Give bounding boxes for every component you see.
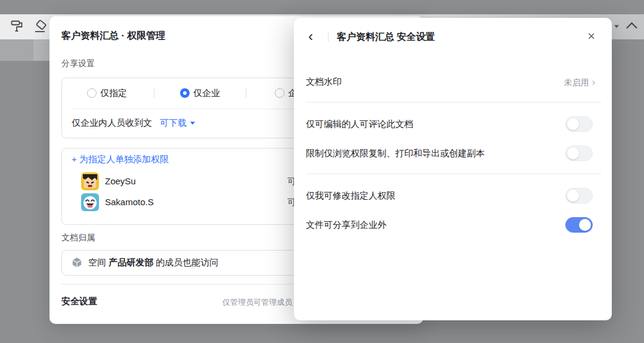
toggle-label-only-me-modify: 仅我可修改指定人权限 <box>306 190 395 202</box>
divider <box>328 32 329 42</box>
space-name: 产品研发部 <box>109 257 153 267</box>
share-settings-label: 分享设置 <box>61 58 95 69</box>
member-name: Sakamoto.S <box>105 197 154 207</box>
watermark-row[interactable]: 文档水印 未启用› <box>294 73 612 92</box>
eraser-icon[interactable] <box>33 20 48 35</box>
radio-only-specified[interactable] <box>87 88 97 98</box>
format-painter-icon[interactable] <box>10 19 24 35</box>
divider <box>306 102 601 103</box>
radio-only-org[interactable] <box>180 88 190 98</box>
toggle-only-me-modify[interactable] <box>565 188 593 203</box>
document-ownership-label: 文档归属 <box>61 233 95 243</box>
dialog-title: 客户资料汇总 · 权限管理 <box>61 30 165 42</box>
toggle-share-outside-org[interactable] <box>565 217 593 233</box>
share-scope-text: 仅企业内人员收到文 <box>72 118 152 129</box>
toggle-label-comment-restriction: 仅可编辑的人可评论此文档 <box>306 119 413 130</box>
watermark-label: 文档水印 <box>306 76 342 88</box>
toggle-label-copy-print-export-restriction: 限制仅浏览权限复制、打印和导出或创建副本 <box>306 148 485 159</box>
radio-only-org-label[interactable]: 仅企业 <box>193 88 220 99</box>
toggle-comment-restriction[interactable] <box>565 116 593 132</box>
member-name: ZoeySu <box>105 176 136 186</box>
watermark-status: 未启用› <box>564 77 595 88</box>
close-icon[interactable]: × <box>587 30 595 43</box>
dialog-title: 客户资料汇总 安全设置 <box>337 31 435 44</box>
avatar-pixel-art-boy <box>81 172 99 190</box>
dimmed-page-block <box>0 39 33 61</box>
security-settings-hint: 仅管理员可管理成员 <box>222 297 292 308</box>
plus-icon: + <box>72 154 77 164</box>
toggle-copy-print-export-restriction[interactable] <box>565 146 593 161</box>
dimmed-page-block <box>33 39 50 61</box>
security-settings-label: 安全设置 <box>61 296 97 307</box>
ownership-text: 空间 产品研发部 的成员也能访问 <box>88 257 218 268</box>
avatar-teal-laughing-face <box>81 193 99 211</box>
back-icon[interactable]: ‹ <box>308 29 313 44</box>
add-member-permission-link[interactable]: + 为指定人单独添加权限 <box>72 154 169 165</box>
toggle-label-share-outside-org: 文件可分享到企业外 <box>306 220 386 231</box>
dropdown-caret-icon[interactable] <box>614 25 619 28</box>
radio-org-all[interactable] <box>275 88 284 98</box>
dropdown-caret-icon <box>190 122 195 125</box>
cube-icon <box>72 257 82 268</box>
divider <box>306 174 601 174</box>
radio-only-specified-label[interactable]: 仅指定 <box>100 88 127 99</box>
chevron-right-icon: › <box>592 77 595 87</box>
security-settings-dialog: ‹ 客户资料汇总 安全设置 × 文档水印 未启用› 仅可编辑的人可评论此文档 限… <box>294 18 612 320</box>
download-permission-dropdown[interactable]: 可下载 <box>160 118 195 129</box>
divider <box>246 88 246 98</box>
divider <box>154 88 154 98</box>
